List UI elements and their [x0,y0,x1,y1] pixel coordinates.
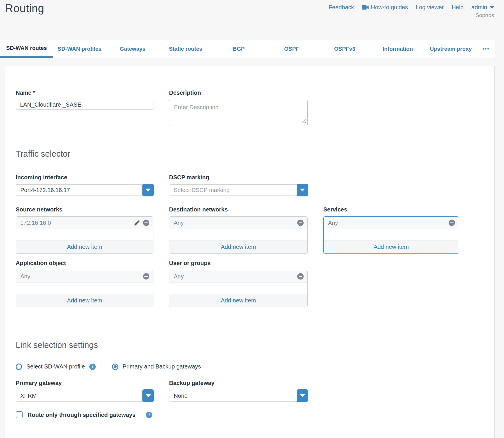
video-camera-icon [362,5,369,10]
radio-option-sd-wan-profile: Select SD-WAN profile i [16,363,96,370]
backup-gateway-select[interactable]: None [169,390,308,402]
services-box: Any Add new item [323,216,459,254]
dropdown-button[interactable] [297,389,308,402]
tab-gateways[interactable]: Gateways [106,40,159,58]
brand-label: Sophos [476,12,494,19]
application-object-box: Any Add new item [16,270,153,307]
description-label: Description [169,90,308,96]
traffic-selector-heading: Traffic selector [16,149,482,159]
help-link[interactable]: Help [452,4,463,11]
description-field-group: Description [169,90,308,126]
tab-bgp[interactable]: BGP [212,40,265,58]
source-networks-box: 172.16.16.0 Add new item [16,216,153,254]
link-selection-options: Select SD-WAN profile i Primary and Back… [16,363,482,370]
add-new-item-button[interactable]: Add new item [16,294,153,307]
link-selection-heading: Link selection settings [16,340,482,350]
tab-ospfv3[interactable]: OSPFv3 [318,40,371,58]
user-or-groups-group: User or groups Any Add new item [169,260,308,307]
chevron-down-icon [146,189,151,191]
services-group: Services Any Add new item [323,206,459,254]
tab-static-routes[interactable]: Static routes [159,40,212,58]
primary-gateway-group: Primary gateway XFRM [16,380,153,402]
chevron-down-icon [490,6,494,9]
remove-icon[interactable] [297,220,304,226]
name-field-group: Name* [16,90,153,110]
list-item: Any [169,270,307,283]
chevron-down-icon [300,189,305,191]
add-new-item-button[interactable]: Add new item [16,240,153,253]
radio-option-primary-backup-gateways: Primary and Backup gateways [112,363,201,370]
route-only-label: Route only through specified gateways [28,412,135,418]
remove-icon[interactable] [143,220,149,226]
dscp-marking-select[interactable]: Select DSCP marking [169,184,308,196]
chevron-down-icon [300,394,305,397]
dscp-marking-group: DSCP marking Select DSCP marking [169,174,308,196]
services-label: Services [323,206,459,213]
name-input[interactable] [16,100,153,110]
remove-icon[interactable] [449,220,455,226]
add-new-item-button[interactable]: Add new item [169,240,307,253]
route-only-checkbox[interactable] [16,411,23,418]
source-networks-group: Source networks 172.16.16.0 Add new item [16,206,153,254]
radio-primary-backup-gateways[interactable] [112,364,118,370]
edit-icon[interactable] [134,220,140,226]
destination-networks-label: Destination networks [169,206,308,213]
remove-icon[interactable] [297,273,304,280]
description-textarea[interactable] [169,100,308,126]
chevron-down-icon [146,394,151,397]
route-only-row: Route only through specified gateways i [16,411,482,418]
radio-select-sd-wan-profile[interactable] [16,364,22,370]
list-item: 172.16.16.0 [16,217,153,229]
source-networks-label: Source networks [16,206,153,213]
how-to-guides-link[interactable]: How-to guides [362,4,408,11]
destination-networks-group: Destination networks Any Add new item [169,206,308,254]
remove-icon[interactable] [143,273,149,280]
tab-ospf[interactable]: OSPF [265,40,318,58]
backup-gateway-group: Backup gateway None [169,380,308,402]
tab-information[interactable]: Information [371,40,424,58]
incoming-interface-group: Incoming interface Port4-172.16.16.17 [16,174,153,196]
tab-upstream-proxy[interactable]: Upstream proxy [424,40,477,58]
application-object-group: Application object Any Add new item [16,260,153,307]
more-tabs-button[interactable]: ••• [477,40,495,58]
section-divider [16,329,482,329]
top-navigation: Feedback How-to guides Log viewer Help a… [329,4,494,11]
list-item: Any [324,217,459,229]
add-new-item-button[interactable]: Add new item [324,240,459,253]
tab-sd-wan-routes[interactable]: SD-WAN routes [0,40,53,58]
list-item: Any [16,270,153,283]
admin-menu[interactable]: admin [472,4,494,11]
required-mark: * [33,90,35,96]
name-label: Name* [16,90,153,96]
list-item: Any [169,217,307,229]
sd-wan-route-form: Name* Description Traffic selector Incom… [5,66,495,438]
dropdown-button[interactable] [142,389,154,402]
backup-gateway-label: Backup gateway [169,380,308,386]
destination-networks-box: Any Add new item [169,216,308,254]
incoming-interface-label: Incoming interface [16,174,153,181]
add-new-item-button[interactable]: Add new item [169,294,307,307]
user-or-groups-box: Any Add new item [169,270,308,307]
section-divider [16,140,482,140]
primary-gateway-label: Primary gateway [16,380,153,386]
application-object-label: Application object [16,260,153,267]
log-viewer-link[interactable]: Log viewer [416,4,444,11]
dropdown-button[interactable] [297,184,308,196]
routing-tabbar: SD-WAN routes SD-WAN profiles Gateways S… [0,40,495,58]
info-icon[interactable]: i [146,412,152,418]
primary-gateway-select[interactable]: XFRM [16,390,153,402]
feedback-link[interactable]: Feedback [329,4,354,11]
dropdown-button[interactable] [142,184,154,196]
user-or-groups-label: User or groups [169,260,308,267]
tab-sd-wan-profiles[interactable]: SD-WAN profiles [53,40,106,58]
dscp-marking-label: DSCP marking [169,174,308,181]
page-header: Routing Feedback How-to guides Log viewe… [0,0,504,40]
page-title: Routing [5,2,44,15]
incoming-interface-select[interactable]: Port4-172.16.16.17 [16,184,153,196]
info-icon[interactable]: i [89,364,96,370]
